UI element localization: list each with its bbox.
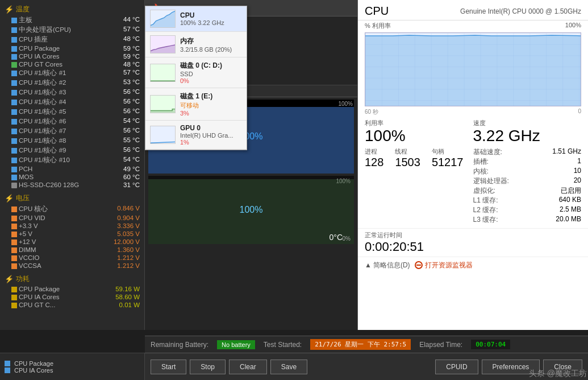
battery-value: No battery <box>217 340 255 349</box>
pkg-power-icon <box>5 361 10 366</box>
dropdown-disk0[interactable]: 磁盘 0 (C: D:) SSD 0% <box>145 57 247 88</box>
sensor-core6: CPU #1/核心 #6 54 °C <box>0 117 144 126</box>
resmon-link-label: 打开资源监视器 <box>425 261 473 270</box>
disk1-dropdown-pct: 3% <box>180 110 242 117</box>
cpu-dropdown-title: CPU <box>180 11 242 19</box>
handle-value: 51217 <box>432 156 464 169</box>
lower-graph-min: 0% <box>343 236 351 242</box>
util-bar: % 利用率 100% <box>358 20 588 31</box>
memory-dropdown-info: 内存 3.2/15.8 GB (20%) <box>180 36 242 53</box>
uptime-value: 0:00:20:51 <box>365 239 581 254</box>
sensor-vcore: CPU 核心 0.846 V <box>0 204 144 214</box>
expand-icon: ▲ <box>365 261 372 269</box>
memory-dropdown-title: 内存 <box>180 36 242 46</box>
left-bottom-item-2: CPU IA Cores <box>5 367 140 374</box>
svg-rect-5 <box>151 96 175 113</box>
power-section-header: ⚡ 功耗 <box>0 272 144 285</box>
cpu-detail-panel: CPU Genuine Intel(R) CPU 0000 @ 1.50GHz … <box>358 0 588 330</box>
sensor-pkg-power: CPU Package 59.16 W <box>0 285 144 293</box>
gpu-thumb <box>150 126 176 144</box>
dropdown-memory[interactable]: 内存 3.2/15.8 GB (20%) <box>145 32 247 57</box>
svg-marker-10 <box>365 35 581 106</box>
start-button[interactable]: Start <box>151 360 186 374</box>
close-button[interactable]: Close <box>543 360 582 374</box>
sensor-core4: CPU #1/核心 #4 56 °C <box>0 97 144 107</box>
sensor-cpu: 中央处理器(CPU) 57 °C <box>0 25 144 35</box>
gpu-dropdown-info: GPU 0 Intel(R) UHD Gra... 1% <box>180 124 242 146</box>
no-entry-icon <box>415 261 423 269</box>
stat-speed-value: 3.22 GHz <box>473 127 582 145</box>
disk1-dropdown-info: 磁盘 1 (E:) 可移动 3% <box>180 92 242 117</box>
battery-label: Remaining Battery: <box>151 341 208 349</box>
process-block: 进程 128 <box>365 147 383 169</box>
disk1-dropdown-title: 磁盘 1 (E:) <box>180 92 242 101</box>
gpu-dropdown-pct: 1% <box>180 139 242 146</box>
disk0-dropdown-title: 磁盘 0 (C: D:) <box>180 61 242 71</box>
sensor-cpu-package: CPU Package 59 °C <box>0 44 144 52</box>
cpuid-button[interactable]: CPUID <box>435 360 478 374</box>
gpu-dropdown-title: GPU 0 <box>180 124 242 132</box>
elapsed-value: 00:07:04 <box>471 340 510 349</box>
save-button[interactable]: Save <box>270 360 307 374</box>
sensor-core3: CPU #1/核心 #3 56 °C <box>0 88 144 97</box>
info-l1: L1 缓存: 640 KB <box>473 196 582 205</box>
voltage-label: 电压 <box>16 193 30 203</box>
sensor-cpu-gt-cores: CPU GT Cores 48 °C <box>0 60 144 68</box>
sensor-mos: MOS 60 °C <box>0 173 144 181</box>
dropdown-gpu[interactable]: GPU 0 Intel(R) UHD Gra... 1% <box>145 121 247 150</box>
cpu-dropdown-sub: 100% 3.22 GHz <box>180 19 242 26</box>
thread-label: 线程 <box>395 147 420 156</box>
graph-max-label: 100% <box>338 101 353 107</box>
resmon-expand[interactable]: ▲ 简略信息(D) <box>365 261 410 270</box>
sensor-3v3: +3.3 V 3.336 V <box>0 222 144 230</box>
sensor-core5: CPU #1/核心 #5 56 °C <box>0 107 144 117</box>
lower-graph-0c: 0°C <box>330 233 343 242</box>
dropdown-disk1[interactable]: 磁盘 1 (E:) 可移动 3% <box>145 88 247 121</box>
stat-utilization: 利用率 100% <box>365 119 473 145</box>
left-bottom-bar: CPU Package CPU IA Cores <box>0 353 145 380</box>
voltage-section-header: ⚡ 电压 <box>0 191 144 204</box>
status-bar: Remaining Battery: No battery Test Start… <box>145 336 588 353</box>
sensor-cpu-socket: CPU 插座 48 °C <box>0 35 144 44</box>
sensor-cpu-ia-cores: CPU IA Cores 59 °C <box>0 52 144 60</box>
info-basespeed: 基础速度: 1.51 GHz <box>473 147 582 157</box>
clear-button[interactable]: Clear <box>229 360 267 374</box>
temperature-label: 温度 <box>16 5 30 14</box>
thread-block: 线程 1503 <box>395 147 420 169</box>
sensor-core1: CPU #1/核心 #1 57 °C <box>0 68 144 78</box>
stat-util-value: 100% <box>365 127 473 145</box>
thread-value: 1503 <box>395 156 420 169</box>
cpu-right-info: 基础速度: 1.51 GHz 插槽: 1 内核: 10 逻辑处理器: 20 虚拟… <box>473 147 582 225</box>
elapsed-label: Elapsed Time: <box>419 341 462 349</box>
sensor-ssd: HS-SSD-C260 128G 31 °C <box>0 181 144 189</box>
stat-util-label: 利用率 <box>365 119 473 127</box>
sensor-core2: CPU #1/核心 #2 53 °C <box>0 78 144 88</box>
test-value: 21/7/26 星期一 下午 2:57:5 <box>310 339 411 350</box>
process-thread-handle: 进程 128 线程 1503 句柄 51217 <box>365 147 473 225</box>
sensor-5v: +5 V 5.035 V <box>0 230 144 238</box>
uptime-section: 正常运行时间 0:00:20:51 <box>358 228 588 257</box>
left-bottom-item-1: CPU Package <box>5 360 140 367</box>
resmon-link[interactable]: 打开资源监视器 <box>415 261 473 270</box>
info-socket: 插槽: 1 <box>473 157 582 167</box>
sensor-core10: CPU #1/核心 #10 54 °C <box>0 155 144 165</box>
gpu-dropdown-sub: Intel(R) UHD Gra... <box>180 132 242 139</box>
dropdown-cpu[interactable]: CPU 100% 3.22 GHz <box>145 6 247 32</box>
info-virt: 虚拟化: 已启用 <box>473 186 582 196</box>
preferences-button[interactable]: Preferences <box>482 360 540 374</box>
stat-speed-label: 速度 <box>473 119 582 127</box>
left-panel: ⚡ 温度 主板 44 °C 中央处理器(CPU) 57 °C CPU 插座 48… <box>0 0 145 330</box>
stop-button[interactable]: Stop <box>190 360 226 374</box>
sensor-mainboard: 主板 44 °C <box>0 15 144 25</box>
disk0-dropdown-sub: SSD <box>180 71 242 77</box>
disk0-dropdown-info: 磁盘 0 (C: D:) SSD 0% <box>180 61 242 84</box>
sensor-gt-power: CPU GT C... 0.01 W <box>0 301 144 309</box>
disk0-thumb <box>150 64 176 82</box>
left-bottom-label-2: CPU IA Cores <box>14 367 53 374</box>
stat-speed: 速度 3.22 GHz <box>473 119 582 145</box>
handle-label: 句柄 <box>432 147 464 156</box>
proc-value: 128 <box>365 156 383 169</box>
sensor-core8: CPU #1/核心 #8 55 °C <box>0 136 144 146</box>
left-bottom-label-1: CPU Package <box>14 360 53 367</box>
handle-block: 句柄 51217 <box>432 147 464 169</box>
